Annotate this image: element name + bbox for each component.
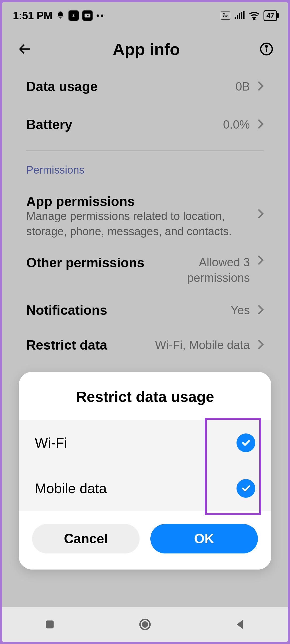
row-data-usage[interactable]: Data usage 0B <box>2 69 288 104</box>
cancel-button[interactable]: Cancel <box>32 524 140 553</box>
cell-signal-icon <box>234 11 245 20</box>
status-bar: 1:51 PM z •• VoLTE 47 <box>2 2 288 29</box>
chevron-right-icon <box>257 304 264 316</box>
row-restrict-data[interactable]: Restrict data Wi-Fi, Mobile data <box>2 328 288 355</box>
option-mobile-label: Mobile data <box>35 480 236 496</box>
row-app-permissions-label: App permissions <box>26 194 264 209</box>
row-data-usage-label: Data usage <box>26 79 235 94</box>
row-notifications-label: Notifications <box>26 302 231 318</box>
home-button[interactable] <box>129 614 161 635</box>
chevron-right-icon <box>257 339 264 351</box>
dialog-title: Restrict data usage <box>19 372 271 420</box>
row-battery[interactable]: Battery 0.0% <box>2 104 288 142</box>
svg-point-5 <box>143 622 148 627</box>
status-time: 1:51 PM <box>13 10 52 22</box>
dialog-options: Wi-Fi Mobile data <box>19 420 271 511</box>
info-button[interactable] <box>258 41 274 57</box>
restrict-data-dialog: Restrict data usage Wi-Fi Mobile data Ca… <box>19 372 271 570</box>
row-other-permissions[interactable]: Other permissions Allowed 3 permissions <box>2 247 288 293</box>
option-mobile-checkbox[interactable] <box>236 479 255 498</box>
chevron-right-icon <box>257 80 264 93</box>
row-battery-value: 0.0% <box>223 118 257 131</box>
app-header: App info <box>2 32 288 66</box>
chevron-right-icon <box>257 208 264 220</box>
youtube-notification-icon <box>82 10 93 21</box>
recents-button[interactable] <box>34 614 66 635</box>
row-battery-label: Battery <box>26 117 223 132</box>
option-mobile-data[interactable]: Mobile data <box>19 466 271 511</box>
row-other-permissions-value: Allowed 3 permissions <box>150 254 257 285</box>
svg-rect-3 <box>46 620 54 628</box>
svg-point-0 <box>253 18 255 20</box>
wifi-icon <box>249 11 260 20</box>
system-nav-bar <box>2 607 288 642</box>
back-nav-button[interactable] <box>224 614 256 635</box>
row-data-usage-value: 0B <box>235 80 257 93</box>
row-notifications[interactable]: Notifications Yes <box>2 293 288 328</box>
volte-icon: VoLTE <box>221 12 230 20</box>
more-notifications-icon: •• <box>96 10 105 21</box>
row-notifications-value: Yes <box>231 304 257 317</box>
chevron-right-icon <box>257 118 264 131</box>
row-other-permissions-label: Other permissions <box>26 254 150 271</box>
chevron-right-icon <box>257 254 264 267</box>
divider <box>26 150 264 151</box>
battery-indicator: 47 <box>264 10 277 21</box>
back-button[interactable] <box>16 40 34 58</box>
ok-button[interactable]: OK <box>150 524 258 553</box>
page-title: App info <box>34 40 258 59</box>
row-restrict-data-value: Wi-Fi, Mobile data <box>155 338 257 352</box>
option-wifi[interactable]: Wi-Fi <box>19 420 271 466</box>
svg-point-2 <box>266 46 267 47</box>
option-wifi-checkbox[interactable] <box>236 433 255 452</box>
notification-bell-icon <box>56 10 65 21</box>
app-notification-1-icon: z <box>68 10 79 21</box>
row-app-permissions[interactable]: App permissions <box>2 184 288 214</box>
section-permissions-label: Permissions <box>2 161 288 184</box>
row-restrict-data-label: Restrict data <box>26 337 155 353</box>
row-app-permissions-desc: Manage permissions related to location, … <box>2 209 288 247</box>
dialog-actions: Cancel OK <box>19 511 271 570</box>
option-wifi-label: Wi-Fi <box>35 435 236 451</box>
